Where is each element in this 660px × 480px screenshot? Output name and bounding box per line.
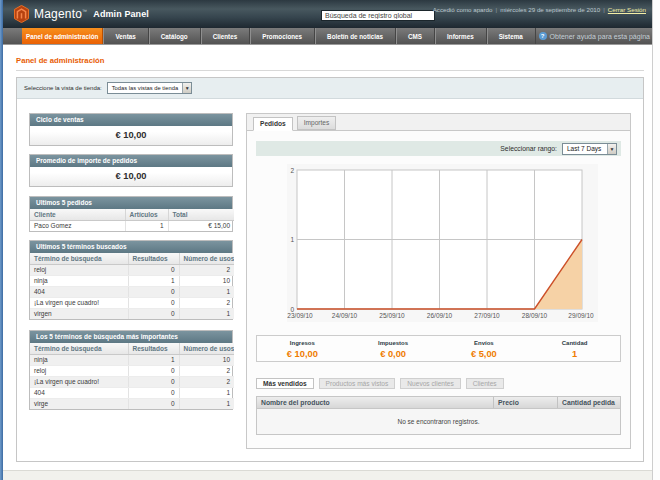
search-term-cell: ninja — [30, 355, 128, 366]
column-header[interactable]: Resultados — [128, 253, 179, 265]
value-cell: 2 — [179, 377, 234, 388]
table-row[interactable]: ninja110 — [30, 355, 234, 366]
top-search-terms-box: Los 5 términos de búsqueda más important… — [29, 330, 233, 410]
diagram-tabs: Pedidos Importes — [247, 114, 630, 131]
main-navigation: Panel de administración Ventas Catálogo … — [0, 28, 660, 45]
items-cell: 1 — [125, 221, 168, 232]
search-term-cell: reloj — [30, 366, 128, 377]
total-label: Ingresos — [257, 339, 348, 348]
value-cell: 1 — [179, 287, 234, 298]
search-term-cell: ¡La virgen que cuadro! — [30, 298, 128, 309]
nav-item-cms[interactable]: CMS — [396, 28, 435, 44]
logged-in-as: Accedió como apardo — [433, 6, 493, 13]
svg-text:26/09/10: 26/09/10 — [427, 312, 453, 319]
value-cell: 1 — [128, 276, 179, 287]
table-row[interactable]: ¡La virgen que cuadro!02 — [30, 377, 234, 388]
brand-name: Magento™ — [34, 7, 87, 21]
logout-link[interactable]: Cerrar Sesión — [608, 6, 646, 13]
tab-productos-mas-vistos[interactable]: Productos más vistos — [319, 378, 396, 389]
global-search — [321, 4, 435, 15]
dashboard-columns: Ciclo de ventas € 10,00 Promedio de impo… — [17, 99, 643, 461]
average-orders-title: Promedio de importe de pedidos — [30, 155, 232, 167]
nav-item-ventas[interactable]: Ventas — [103, 28, 148, 44]
column-header[interactable]: Precio — [493, 397, 557, 408]
svg-text:25/09/10: 25/09/10 — [379, 312, 405, 319]
column-header[interactable]: Número de usos — [179, 253, 234, 265]
value-cell: 0 — [128, 298, 179, 309]
value-cell: 1 — [179, 388, 234, 399]
total-value: € 5,00 — [439, 348, 530, 360]
table-row[interactable]: virgen01 — [30, 309, 234, 320]
scrollbar-track[interactable] — [652, 0, 660, 480]
tab-nuevos-clientes[interactable]: Nuevos clientes — [400, 378, 461, 389]
help-link[interactable]: ? Obtener ayuda para esta página — [539, 28, 650, 44]
dashboard-container: Seleccione la vista de tienda: Todas las… — [16, 77, 644, 462]
column-header[interactable]: Número de usos — [179, 343, 234, 355]
table-row[interactable]: ninja110 — [30, 276, 234, 287]
window-left-edge — [0, 0, 3, 480]
column-header[interactable]: Artículos — [125, 209, 168, 221]
column-header[interactable]: Nombre del producto — [257, 399, 493, 406]
global-search-input[interactable] — [321, 10, 435, 21]
table-row[interactable]: 40401 — [30, 287, 234, 298]
empty-grid-message: No se encontraron registros. — [257, 409, 620, 434]
nav-item-boletin[interactable]: Boletín de noticias — [315, 28, 396, 44]
tab-clientes[interactable]: Clientes — [466, 378, 504, 389]
range-selector: Seleccionar rango: Last 7 Days ▼ — [256, 141, 621, 156]
diagram-panel-body: Seleccionar rango: Last 7 Days ▼ 01223/0… — [247, 131, 630, 448]
search-term-cell: ninja — [30, 276, 128, 287]
chevron-down-icon: ▼ — [182, 83, 191, 93]
nav-item-informes[interactable]: Informes — [435, 28, 487, 44]
column-header[interactable]: Cantidad pedida — [557, 397, 620, 408]
table-row[interactable]: Paco Gomez 1 € 15,00 — [30, 221, 234, 232]
value-cell: 0 — [128, 377, 179, 388]
table-row[interactable]: reloj02 — [30, 265, 234, 276]
nav-item-sistema[interactable]: Sistema — [487, 28, 536, 44]
store-view-select-value: Todas las vistas de tienda — [108, 83, 182, 93]
column-header[interactable]: Término de búsqueda — [30, 343, 128, 355]
column-header[interactable]: Término de búsqueda — [30, 253, 128, 265]
tab-mas-vendidos[interactable]: Más vendidos — [256, 378, 314, 389]
table-row[interactable]: virge01 — [30, 399, 234, 410]
range-select[interactable]: Last 7 Days ▼ — [562, 143, 617, 155]
svg-text:29/09/10: 29/09/10 — [568, 312, 594, 319]
last-search-terms-box: Ultimos 5 términos buscados Término de b… — [29, 240, 233, 320]
value-cell: 1 — [179, 309, 234, 320]
nav-item-promociones[interactable]: Promociones — [250, 28, 315, 44]
lifetime-sales-value: € 10,00 — [30, 126, 232, 145]
tab-importes[interactable]: Importes — [297, 116, 337, 130]
range-select-value: Last 7 Days — [563, 144, 607, 154]
table-row[interactable]: ¡La virgen que cuadro!02 — [30, 298, 234, 309]
totals-bar: Ingresos € 10,00 Impuestos € 0,00 Envíos… — [256, 335, 621, 362]
total-envios: Envíos € 5,00 — [439, 336, 530, 361]
nav-item-clientes[interactable]: Clientes — [201, 28, 251, 44]
last-orders-box: Ultimos 5 pedidos Cliente Artículos Tota… — [29, 196, 233, 232]
value-cell: 0 — [128, 265, 179, 276]
search-term-cell: reloj — [30, 265, 128, 276]
total-impuestos: Impuestos € 0,00 — [348, 336, 439, 361]
value-cell: 0 — [128, 287, 179, 298]
nav-item-dashboard[interactable]: Panel de administración — [22, 28, 103, 44]
table-row[interactable]: 40401 — [30, 388, 234, 399]
total-value: € 10,00 — [257, 348, 348, 360]
tab-pedidos[interactable]: Pedidos — [253, 117, 293, 131]
brand[interactable]: Magento™ Admin Panel — [14, 5, 149, 23]
svg-text:1: 1 — [290, 236, 294, 243]
magento-logo-icon — [14, 5, 29, 23]
page-title: Panel de administración — [16, 56, 644, 71]
last-search-terms-title: Ultimos 5 términos buscados — [30, 241, 232, 253]
left-column: Ciclo de ventas € 10,00 Promedio de impo… — [29, 113, 233, 410]
column-header[interactable]: Cliente — [30, 209, 125, 221]
total-label: Envíos — [439, 339, 530, 348]
svg-text:2: 2 — [290, 167, 294, 174]
value-cell: 10 — [179, 276, 234, 287]
search-term-cell: ¡La virgen que cuadro! — [30, 377, 128, 388]
column-header[interactable]: Resultados — [128, 343, 179, 355]
range-label: Seleccionar rango: — [500, 145, 557, 152]
column-header[interactable]: Total — [168, 209, 234, 221]
table-row[interactable]: reloj02 — [30, 366, 234, 377]
nav-item-catalogo[interactable]: Catálogo — [149, 28, 201, 44]
grid-tabs: Más vendidos Productos más vistos Nuevos… — [256, 378, 621, 389]
store-view-select[interactable]: Todas las vistas de tienda ▼ — [107, 82, 192, 94]
main-content: Panel de administración Seleccione la vi… — [0, 45, 660, 462]
